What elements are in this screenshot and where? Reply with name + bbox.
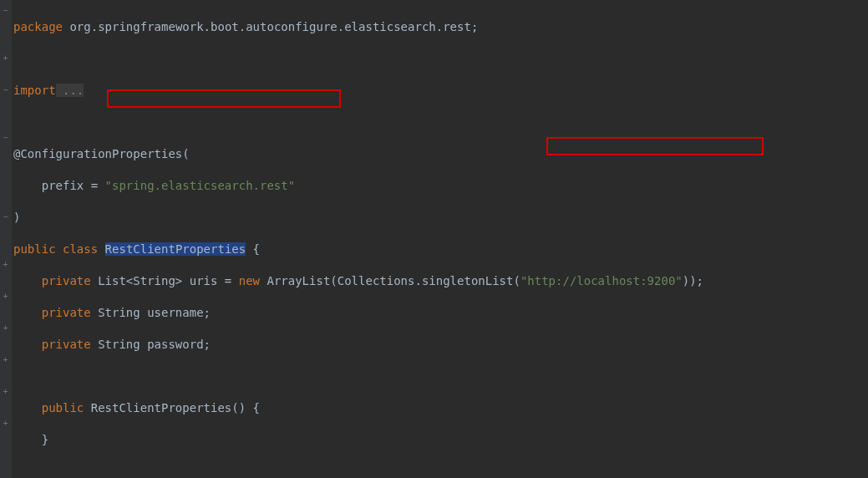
code-line: prefix = "spring.elasticsearch.rest": [13, 178, 865, 194]
code-line: @ConfigurationProperties(: [13, 146, 865, 162]
code-line: private String username;: [13, 305, 865, 321]
code-line: private String password;: [13, 337, 865, 353]
gutter: [0, 0, 12, 478]
code-line: ): [13, 210, 865, 226]
code-area[interactable]: package org.springframework.boot.autocon…: [12, 0, 868, 478]
code-line: public class RestClientProperties {: [13, 242, 865, 257]
selected-class-name: RestClientProperties: [105, 242, 246, 256]
code-line: public RestClientProperties() {: [13, 400, 865, 416]
code-line: package org.springframework.boot.autocon…: [13, 19, 865, 35]
code-line: import ...: [13, 83, 865, 99]
code-editor[interactable]: − + − − − + + + + + + package org.spring…: [0, 0, 868, 478]
code-line: }: [13, 432, 865, 448]
code-line: private List<String> uris = new ArrayLis…: [13, 273, 865, 289]
